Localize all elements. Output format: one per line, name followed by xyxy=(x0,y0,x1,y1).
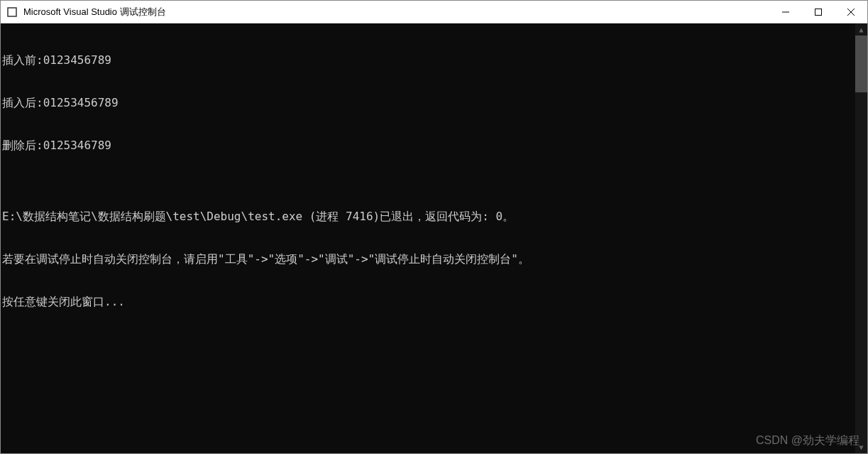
minimize-button[interactable] xyxy=(769,1,802,23)
console-area: 插入前:0123456789 插入后:01253456789 删除后:01253… xyxy=(1,23,867,453)
titlebar: Microsoft Visual Studio 调试控制台 xyxy=(1,1,867,23)
window-controls xyxy=(769,1,867,23)
console-line: 插入前:0123456789 xyxy=(2,53,855,67)
maximize-icon xyxy=(815,9,822,16)
console-line: 插入后:01253456789 xyxy=(2,96,855,110)
console-output[interactable]: 插入前:0123456789 插入后:01253456789 删除后:01253… xyxy=(1,23,855,453)
console-line: 按任意键关闭此窗口... xyxy=(2,295,855,309)
svg-rect-0 xyxy=(8,8,16,16)
vertical-scrollbar[interactable]: ▲ ▼ xyxy=(855,23,867,453)
window: Microsoft Visual Studio 调试控制台 插入前 xyxy=(0,0,868,454)
scroll-up-icon[interactable]: ▲ xyxy=(855,23,867,36)
close-icon xyxy=(847,9,855,16)
console-line: 删除后:0125346789 xyxy=(2,139,855,153)
svg-rect-2 xyxy=(815,9,822,15)
scrollbar-thumb[interactable] xyxy=(855,36,867,92)
maximize-button[interactable] xyxy=(802,1,835,23)
console-line: 若要在调试停止时自动关闭控制台，请启用"工具"->"选项"->"调试"->"调试… xyxy=(2,252,855,266)
app-icon xyxy=(6,6,18,18)
close-button[interactable] xyxy=(835,1,867,23)
minimize-icon xyxy=(782,9,789,16)
console-line: E:\数据结构笔记\数据结构刷题\test\Debug\test.exe (进程… xyxy=(2,210,855,224)
window-title: Microsoft Visual Studio 调试控制台 xyxy=(23,6,769,18)
scroll-down-icon[interactable]: ▼ xyxy=(855,441,867,453)
